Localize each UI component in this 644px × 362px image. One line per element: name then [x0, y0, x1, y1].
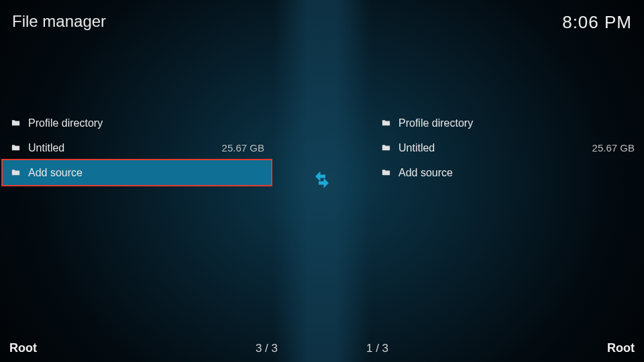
file-row-meta: 25.67 GB: [222, 142, 264, 154]
header-bar: File manager 8:06 PM: [0, 0, 644, 40]
left-pane: Profile directory Untitled 25.67 GB Add …: [3, 111, 271, 335]
file-row-label: Untitled: [398, 142, 586, 154]
file-row[interactable]: Untitled 25.67 GB: [373, 135, 641, 160]
file-row-label: Add source: [398, 167, 628, 179]
add-source-row[interactable]: Add source: [3, 160, 271, 185]
file-row-label: Profile directory: [398, 117, 628, 129]
left-status-count: 3 / 3: [256, 342, 278, 355]
right-status-bar: 1 / 3 Root: [366, 341, 635, 355]
add-source-row[interactable]: Add source: [373, 160, 641, 185]
right-status-count: 1 / 3: [366, 342, 388, 355]
page-title: File manager: [12, 12, 106, 31]
folder-icon: [380, 118, 392, 128]
left-status-label: Root: [9, 341, 37, 355]
folder-icon: [380, 168, 392, 178]
clock: 8:06 PM: [562, 12, 632, 33]
file-row-label: Profile directory: [28, 117, 258, 129]
left-status-bar: Root 3 / 3: [9, 341, 278, 355]
file-row[interactable]: Untitled 25.67 GB: [3, 135, 271, 160]
folder-icon: [9, 168, 21, 178]
file-row-label: Untitled: [28, 142, 215, 154]
file-row[interactable]: Profile directory: [3, 111, 271, 135]
right-status-label: Root: [607, 341, 635, 355]
transfer-arrows-icon: [312, 170, 332, 190]
center-divider: [274, 0, 370, 362]
folder-icon: [9, 118, 21, 128]
folder-icon: [9, 143, 21, 153]
file-row-meta: 25.67 GB: [592, 142, 635, 154]
file-row-label: Add source: [28, 167, 258, 179]
folder-icon: [380, 143, 392, 153]
file-row[interactable]: Profile directory: [373, 111, 641, 135]
right-pane: Profile directory Untitled 25.67 GB Add …: [373, 111, 641, 335]
